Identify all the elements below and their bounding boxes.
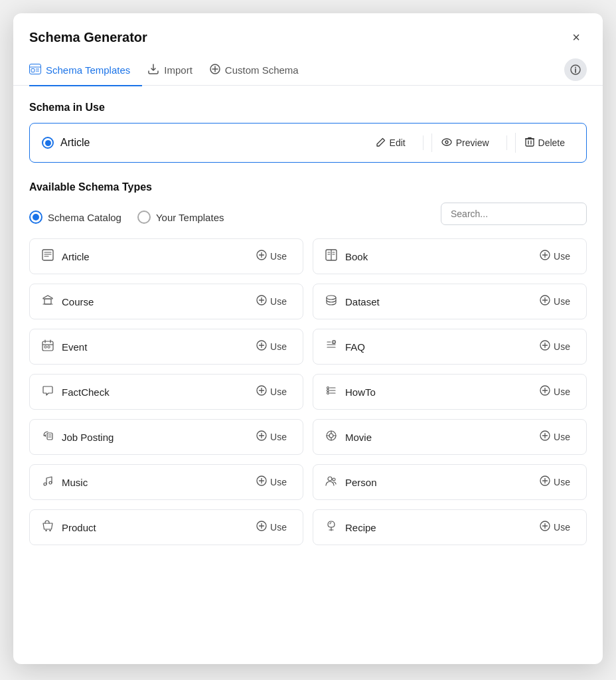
edit-button[interactable]: Edit [367,133,415,153]
schema-card-howto[interactable]: HowTo Use [313,374,587,410]
schema-card-course[interactable]: Course Use [29,284,303,319]
schema-grid: Article Use [29,238,587,561]
course-use-button[interactable]: Use [251,292,292,311]
use-plus-icon-product [256,521,267,534]
svg-point-66 [327,392,329,394]
svg-point-12 [445,141,448,143]
person-label: Person [345,477,377,488]
tab-custom-schema[interactable]: Custom Schema [210,56,311,86]
event-use-button[interactable]: Use [251,337,292,356]
your-templates-radio [137,211,151,224]
svg-rect-46 [44,346,46,348]
schema-card-movie-left: Movie [324,430,372,445]
divider2 [506,135,507,150]
howto-use-button[interactable]: Use [534,382,576,401]
svg-rect-71 [47,433,52,440]
schema-card-product[interactable]: Product Use [29,509,303,545]
available-schema-header: Available Schema Types Schema Catalog Yo… [29,181,587,225]
schema-card-article[interactable]: Article Use [29,238,303,274]
product-use-button[interactable]: Use [251,518,292,537]
use-plus-icon-movie [540,430,550,444]
product-label: Product [62,522,96,533]
schema-in-use-left: Article [42,137,90,149]
use-plus-icon-book [540,250,550,263]
use-plus-icon-dataset [540,295,550,308]
tab-import[interactable]: Import [147,56,204,86]
preview-icon [441,137,452,148]
recipe-label: Recipe [345,522,376,533]
schema-catalog-label: Schema Catalog [48,212,121,223]
use-plus-icon-event [256,340,267,353]
search-input[interactable] [441,203,587,225]
close-button[interactable]: × [566,27,587,48]
preview-button[interactable]: Preview [431,133,499,152]
dataset-use-button[interactable]: Use [534,292,576,311]
svg-point-91 [328,477,332,481]
faq-use-button[interactable]: Use [534,337,576,356]
use-plus-icon-music [256,475,267,489]
dataset-icon [324,294,339,309]
schema-card-factcheck[interactable]: FactCheck Use [29,374,303,410]
schema-card-faq[interactable]: FAQ Use [313,329,587,365]
factcheck-use-button[interactable]: Use [251,382,292,401]
schema-card-movie[interactable]: Movie Use [313,419,587,455]
schema-templates-icon [29,64,41,77]
info-button[interactable] [564,58,587,81]
howto-label: HowTo [345,386,376,398]
tabs-row: Schema Templates Import Custom Schema [13,54,603,86]
edit-icon [376,137,386,149]
svg-rect-33 [44,299,51,304]
schema-card-recipe[interactable]: Recipe Use [313,509,587,545]
recipe-use-button[interactable]: Use [534,518,576,537]
movie-use-button[interactable]: Use [534,428,576,446]
schema-card-dataset[interactable]: Dataset Use [313,284,587,319]
person-icon [324,475,339,490]
edit-label: Edit [390,137,406,148]
available-schema-label: Available Schema Types [29,181,587,193]
product-icon [40,520,55,535]
person-use-label: Use [554,477,570,487]
movie-use-label: Use [554,432,570,442]
use-plus-icon-person [540,475,550,489]
dataset-label: Dataset [345,296,380,307]
schema-card-recipe-left: Recipe [324,520,376,535]
event-icon [40,339,55,355]
book-use-button[interactable]: Use [534,247,576,266]
schema-catalog-option[interactable]: Schema Catalog [29,211,121,224]
event-use-label: Use [270,341,287,352]
music-use-button[interactable]: Use [251,473,292,491]
svg-rect-2 [31,68,35,72]
schema-card-person[interactable]: Person Use [313,464,587,500]
schema-card-course-left: Course [40,294,94,309]
schema-card-howto-left: HowTo [324,384,376,400]
svg-point-62 [327,386,329,388]
schema-card-music[interactable]: Music Use [29,464,303,500]
course-label: Course [62,296,94,307]
factcheck-icon [40,384,55,400]
music-label: Music [62,477,88,488]
svg-point-11 [442,139,451,145]
schema-in-use-actions: Edit Preview [367,133,574,153]
schema-card-article-left: Article [40,249,90,264]
your-templates-option[interactable]: Your Templates [137,211,224,224]
article-label: Article [62,251,90,262]
tab-import-label: Import [164,64,193,76]
use-plus-icon-factcheck [256,385,267,398]
schema-card-job-posting[interactable]: Job Posting Use [29,419,303,455]
person-use-button[interactable]: Use [534,473,576,491]
schema-in-use-label: Schema in Use [29,102,587,114]
svg-point-64 [327,389,329,391]
article-use-button[interactable]: Use [251,247,292,266]
tab-schema-templates[interactable]: Schema Templates [29,56,142,86]
job-posting-use-button[interactable]: Use [251,428,292,446]
job-posting-icon [40,430,55,445]
dataset-use-label: Use [554,296,570,307]
delete-button[interactable]: Delete [515,133,574,153]
use-plus-icon-recipe [540,521,550,534]
your-templates-label: Your Templates [156,212,224,223]
article-icon [40,249,55,264]
schema-card-book[interactable]: Book Use [313,238,587,274]
schema-card-event[interactable]: Event Use [29,329,303,365]
schema-catalog-radio [29,211,42,224]
preview-label: Preview [456,137,489,148]
